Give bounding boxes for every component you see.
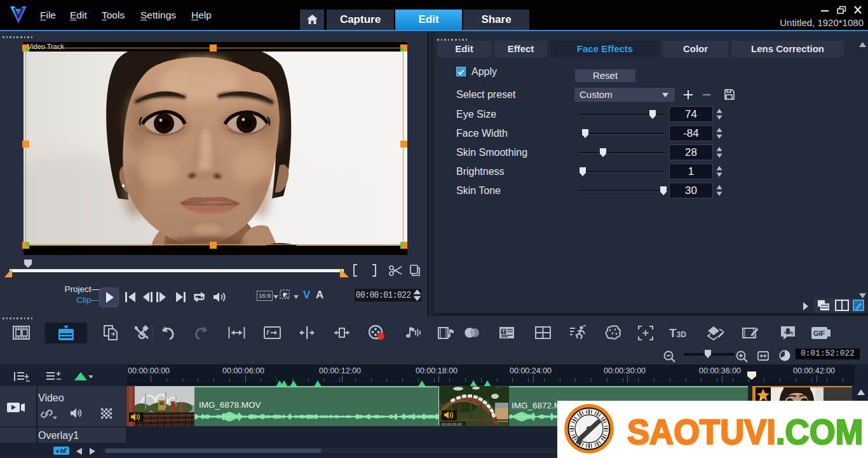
svg-text:00:00:00:00: 00:00:00:00 <box>442 422 462 426</box>
svg-text:GIF: GIF <box>813 330 825 337</box>
svg-text:T: T <box>790 331 794 337</box>
